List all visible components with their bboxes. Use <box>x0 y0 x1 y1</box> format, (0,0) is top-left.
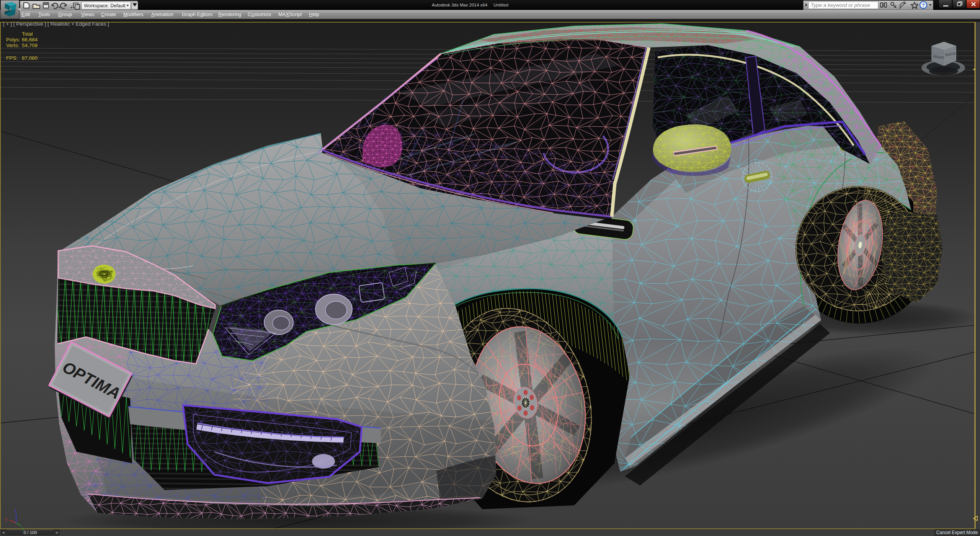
svg-text:54,708: 54,708 <box>22 42 38 48</box>
svg-text:[ + ] [ Perspective ] [ Realis: [ + ] [ Perspective ] [ Realistic + Edge… <box>3 21 109 27</box>
svg-text:x: x <box>5 517 7 521</box>
svg-text:87.080: 87.080 <box>22 55 38 61</box>
svg-text:FPS:: FPS: <box>6 55 18 61</box>
svg-text:Total: Total <box>22 31 33 37</box>
svg-text:Verts:: Verts: <box>6 42 20 48</box>
svg-text:Polys:: Polys: <box>6 37 20 42</box>
svg-text:66,684: 66,684 <box>22 37 38 42</box>
svg-text:y: y <box>22 526 24 531</box>
svg-text:z: z <box>15 508 16 513</box>
